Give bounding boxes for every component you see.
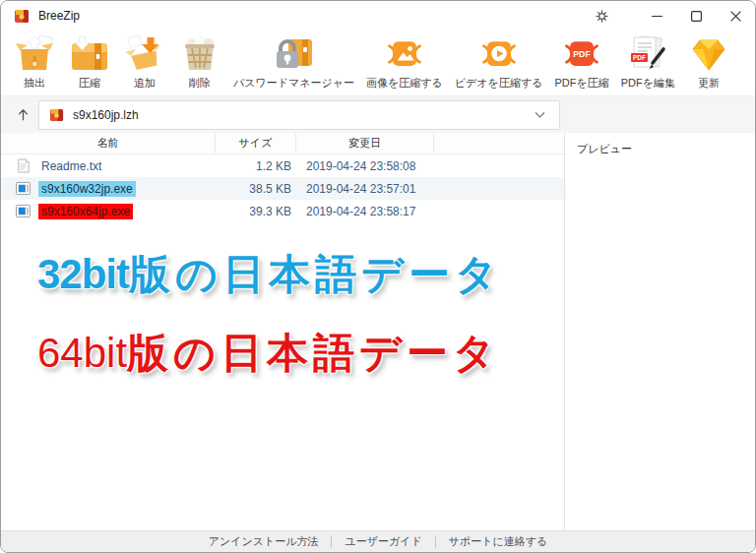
- column-header-name[interactable]: 名前: [1, 133, 216, 154]
- compress-pdf-icon: PDF: [560, 34, 603, 74]
- column-header-empty: [434, 133, 564, 154]
- main-area: 名前 サイズ 変更日 Readme.txt 1.2 KB 2019-04-24 …: [1, 133, 755, 530]
- file-size: 39.3 KB: [216, 205, 296, 218]
- title-bar: BreeZip: [1, 1, 755, 31]
- preview-title: プレビュー: [577, 142, 743, 156]
- compress-image-button[interactable]: 画像を圧縮する: [360, 33, 449, 92]
- uninstall-link[interactable]: アンインストール方法: [196, 534, 332, 549]
- text-file-icon: [16, 158, 31, 173]
- add-button[interactable]: 追加: [117, 33, 172, 92]
- compress-pdf-button[interactable]: PDF PDFを圧縮: [548, 33, 614, 92]
- file-name-cell: s9x160w32jp.exe: [1, 181, 216, 197]
- file-modified: 2019-04-24 23:58:17: [296, 205, 434, 218]
- file-name-cell: s9x160x64jp.exe: [1, 204, 216, 219]
- compress-label: 圧縮: [79, 76, 100, 91]
- file-name: Readme.txt: [38, 158, 104, 174]
- minimize-icon[interactable]: [637, 1, 676, 31]
- address-bar: s9x160jp.lzh: [1, 95, 755, 133]
- password-manager-icon: [273, 34, 316, 74]
- compress-image-label: 画像を圧縮する: [366, 76, 443, 91]
- toolbar: 抽出 圧縮 追加 削除 パスワードマネージャー: [1, 31, 755, 95]
- update-button[interactable]: 更新: [681, 33, 736, 92]
- list-header: 名前 サイズ 変更日: [1, 133, 564, 154]
- edit-pdf-label: PDFを編集: [621, 76, 675, 91]
- file-modified: 2019-04-24 23:57:01: [296, 182, 434, 196]
- password-manager-label: パスワードマネージャー: [233, 76, 354, 91]
- compress-icon: [68, 34, 111, 74]
- extract-icon: [13, 34, 56, 74]
- compress-video-button[interactable]: ビデオを圧縮する: [449, 33, 549, 92]
- add-icon: [123, 34, 166, 74]
- compress-video-label: ビデオを圧縮する: [455, 76, 543, 91]
- breezip-window: BreeZip 抽出 圧縮: [0, 0, 756, 553]
- preview-panel: プレビュー: [565, 133, 755, 530]
- update-icon: [687, 34, 730, 74]
- delete-button[interactable]: 削除: [172, 33, 227, 92]
- compress-pdf-label: PDFを圧縮: [554, 76, 608, 91]
- archive-file-icon: [49, 107, 64, 122]
- file-name: s9x160x64jp.exe: [38, 204, 133, 219]
- delete-label: 削除: [189, 76, 211, 91]
- extract-button[interactable]: 抽出: [7, 33, 62, 92]
- svg-text:PDF: PDF: [573, 49, 590, 59]
- extract-label: 抽出: [24, 76, 45, 91]
- breezip-app-icon: [14, 8, 30, 24]
- svg-text:PDF: PDF: [633, 54, 646, 61]
- edit-pdf-button[interactable]: PDF PDFを編集: [615, 33, 681, 92]
- compress-image-icon: [383, 34, 426, 74]
- file-row-readme[interactable]: Readme.txt 1.2 KB 2019-04-24 23:58:08: [1, 154, 564, 177]
- file-row-exe-32bit[interactable]: s9x160w32jp.exe 38.5 KB 2019-04-24 23:57…: [1, 177, 564, 200]
- compress-button[interactable]: 圧縮: [62, 33, 117, 92]
- archive-path-input[interactable]: s9x160jp.lzh: [38, 100, 560, 130]
- file-list-panel: 名前 サイズ 変更日 Readme.txt 1.2 KB 2019-04-24 …: [1, 133, 565, 530]
- archive-path-text: s9x160jp.lzh: [73, 108, 139, 122]
- status-bar: アンインストール方法 ユーザーガイド サポートに連絡する: [1, 530, 755, 552]
- file-row-exe-64bit[interactable]: s9x160x64jp.exe 39.3 KB 2019-04-24 23:58…: [1, 200, 564, 222]
- update-label: 更新: [698, 76, 720, 91]
- edit-pdf-icon: PDF: [626, 34, 669, 74]
- up-arrow-icon[interactable]: [9, 101, 36, 129]
- maximize-icon[interactable]: [676, 1, 716, 31]
- delete-icon: [178, 34, 221, 74]
- chevron-down-icon[interactable]: [531, 107, 549, 123]
- file-name-cell: Readme.txt: [1, 158, 216, 174]
- column-header-modified[interactable]: 変更日: [296, 133, 434, 154]
- file-size: 38.5 KB: [216, 182, 296, 196]
- window-title: BreeZip: [38, 9, 80, 23]
- compress-video-icon: [477, 34, 521, 74]
- password-manager-button[interactable]: パスワードマネージャー: [227, 33, 360, 92]
- file-size: 1.2 KB: [216, 159, 296, 173]
- user-guide-link[interactable]: ユーザーガイド: [332, 534, 434, 549]
- exe-file-icon: [16, 204, 31, 218]
- close-icon[interactable]: [716, 1, 755, 31]
- column-header-size[interactable]: サイズ: [216, 133, 296, 154]
- add-label: 追加: [134, 76, 156, 91]
- contact-support-link[interactable]: サポートに連絡する: [436, 534, 561, 549]
- file-modified: 2019-04-24 23:58:08: [296, 159, 434, 173]
- settings-gear-icon[interactable]: [582, 1, 621, 31]
- exe-file-icon: [16, 181, 31, 196]
- file-name: s9x160w32jp.exe: [38, 181, 136, 197]
